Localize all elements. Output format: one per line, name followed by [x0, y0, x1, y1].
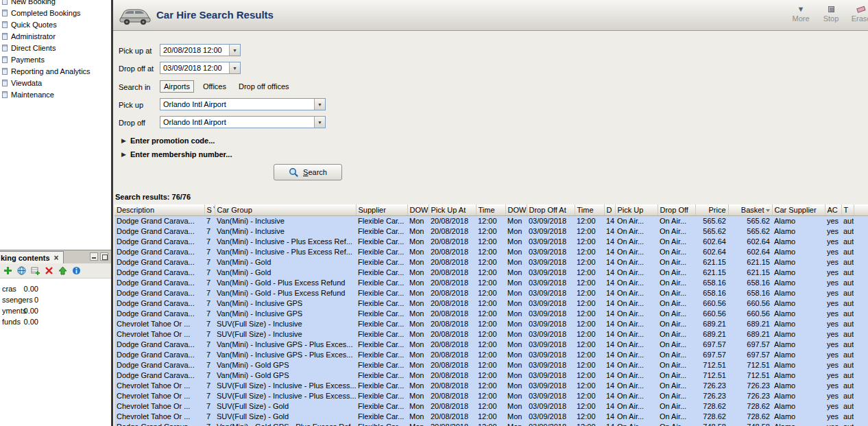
- cell-dropoff-at: 03/09/2018: [527, 267, 575, 277]
- result-row[interactable]: Dodge Grand Carava... 7 Van(Mini) - Incl…: [114, 226, 868, 236]
- chevron-down-icon[interactable]: ▼: [314, 117, 325, 128]
- result-row[interactable]: Dodge Grand Carava... 7 Van(Mini) - Incl…: [114, 246, 868, 257]
- cell-price: 602.64: [695, 246, 728, 257]
- sidebar-menu-item[interactable]: Completed Bookings: [0, 8, 111, 19]
- col-transmission[interactable]: T: [841, 204, 854, 215]
- col-car-supplier[interactable]: Car Supplier: [772, 204, 825, 215]
- result-row[interactable]: Dodge Grand Carava... 7 Van(Mini) - Incl…: [114, 308, 868, 318]
- dropoff-location-combobox[interactable]: Orlando Intl Airport ▼: [160, 116, 326, 128]
- cell-seats: 7: [204, 287, 215, 298]
- col-supplier[interactable]: Supplier: [356, 204, 407, 215]
- add-to-list-icon[interactable]: [31, 266, 40, 275]
- result-row[interactable]: Dodge Grand Carava... 7 Van(Mini) - Incl…: [114, 339, 868, 349]
- col-dropoff-time[interactable]: Time: [575, 204, 604, 215]
- booking-panel-row[interactable]: yments 0.00: [0, 305, 111, 316]
- result-row[interactable]: Chevrolet Tahoe Or ... 7 SUV(Full Size) …: [114, 380, 868, 390]
- result-row[interactable]: Dodge Grand Carava... 7 Van(Mini) - Gold…: [114, 277, 868, 287]
- cell-dropoff-time: 12:00: [575, 380, 604, 390]
- col-dropoff-office[interactable]: Drop Off: [658, 204, 695, 215]
- result-row[interactable]: Dodge Grand Carava... 7 Van(Mini) - Incl…: [114, 236, 868, 246]
- booking-panel-row[interactable]: cras 0.00: [0, 283, 111, 294]
- cell-days: 14: [604, 411, 615, 421]
- tab-airports[interactable]: Airports: [160, 80, 194, 93]
- sidebar-menu-item[interactable]: Quick Quotes: [0, 19, 111, 31]
- delete-icon[interactable]: [45, 266, 53, 275]
- result-row[interactable]: Chevrolet Tahoe Or ... 7 SUV(Full Size) …: [114, 411, 868, 421]
- result-row[interactable]: Chevrolet Tahoe Or ... 7 SUV(Full Size) …: [114, 401, 868, 411]
- tab-booking-contents[interactable]: king contents ×: [0, 251, 64, 263]
- result-row[interactable]: Dodge Grand Carava... 7 Van(Mini) - Gold…: [114, 359, 868, 370]
- col-dow-pickup[interactable]: DOW: [407, 204, 429, 215]
- col-dow-dropoff[interactable]: DOW: [505, 204, 527, 215]
- cell-dow-dropoff: Mon: [505, 390, 527, 401]
- cell-dow-dropoff: Mon: [505, 329, 527, 339]
- cell-price: 565.62: [695, 215, 728, 226]
- sidebar-menu-item[interactable]: Direct Clients: [0, 43, 111, 54]
- globe-icon[interactable]: [17, 266, 26, 275]
- col-pickup-time[interactable]: Time: [476, 204, 505, 215]
- move-up-icon[interactable]: [58, 266, 67, 275]
- pickup-location-combobox[interactable]: Orlando Intl Airport ▼: [160, 98, 326, 110]
- booking-panel-tabbar: king contents ×: [0, 250, 111, 263]
- chevron-down-icon[interactable]: ▼: [229, 62, 240, 73]
- cell-transmission: auto: [841, 308, 854, 318]
- cell-transmission: auto: [841, 287, 854, 298]
- booking-panel-row[interactable]: ssengers 0: [0, 294, 111, 305]
- cell-dropoff-time: 12:00: [575, 318, 604, 329]
- result-row[interactable]: Chevrolet Tahoe Or ... 7 SUV(Full Size) …: [114, 390, 868, 401]
- dropoff-at-combobox[interactable]: 03/09/2018 12:00 ▼: [160, 62, 241, 74]
- cell-days: 14: [604, 329, 615, 339]
- result-row[interactable]: Chevrolet Tahoe Or ... 7 SUV(Full Size) …: [114, 318, 868, 329]
- result-row[interactable]: Dodge Grand Carava... 7 Van(Mini) - Gold…: [114, 257, 868, 267]
- result-row[interactable]: Chevrolet Tahoe Or ... 7 SUV(Full Size) …: [114, 329, 868, 339]
- cell-pickup-time: 12:00: [476, 339, 505, 349]
- result-row[interactable]: Dodge Grand Carava... 7 Van(Mini) - Gold…: [114, 267, 868, 277]
- cell-car-group: Van(Mini) - Gold - Plus Excess Refund: [215, 277, 356, 287]
- cell-car-supplier: Alamo: [772, 329, 825, 339]
- sidebar-menu-item[interactable]: Viewdata: [0, 78, 111, 89]
- sidebar-menu-item[interactable]: Payments: [0, 54, 111, 66]
- result-row[interactable]: Dodge Grand Carava... 7 Van(Mini) - Incl…: [114, 298, 868, 308]
- cell-dow-pickup: Mon: [407, 411, 429, 421]
- booking-panel-row[interactable]: funds 0.00: [0, 316, 111, 327]
- sidebar-menu-item[interactable]: Administrator: [0, 31, 111, 43]
- cell-supplier: Flexible Car...: [356, 267, 407, 277]
- col-dropoff-at[interactable]: Drop Off At: [527, 204, 575, 215]
- col-description[interactable]: Description: [114, 204, 204, 215]
- chevron-down-icon[interactable]: ▼: [314, 99, 325, 110]
- result-row[interactable]: Dodge Grand Carava... 7 Van(Mini) - Incl…: [114, 349, 868, 359]
- cell-car-group: Van(Mini) - Inclusive: [215, 226, 356, 236]
- stop-button[interactable]: Stop: [819, 4, 843, 23]
- cell-basket: 726.23: [728, 390, 772, 401]
- col-ac[interactable]: AC: [825, 204, 841, 215]
- close-icon[interactable]: ×: [54, 255, 59, 261]
- col-pickup-office[interactable]: Pick Up: [615, 204, 658, 215]
- result-row[interactable]: Dodge Grand Carava... 7 Van(Mini) - Gold…: [114, 287, 868, 298]
- membership-number-expander[interactable]: ▶ Enter membership number...: [121, 150, 232, 158]
- result-row[interactable]: Dodge Grand Carava... 7 Van(Mini) - Gold…: [114, 370, 868, 380]
- col-pickup-at[interactable]: Pick Up At: [429, 204, 476, 215]
- col-basket[interactable]: Basket: [728, 204, 772, 215]
- col-seats[interactable]: S: [204, 204, 215, 215]
- chevron-down-icon[interactable]: ▼: [229, 45, 240, 56]
- panel-maximize-button[interactable]: [100, 252, 108, 261]
- col-price[interactable]: Price: [695, 204, 728, 215]
- tab-dropoff-offices[interactable]: Drop off offices: [235, 81, 293, 92]
- col-car-group[interactable]: Car Group: [215, 204, 356, 215]
- add-icon[interactable]: [3, 266, 12, 275]
- search-button[interactable]: Search: [274, 164, 342, 180]
- col-days[interactable]: D: [604, 204, 615, 215]
- sidebar-menu-item[interactable]: New Booking: [0, 0, 111, 8]
- pickup-at-combobox[interactable]: 20/08/2018 12:00 ▼: [160, 44, 241, 56]
- result-row[interactable]: Dodge Grand Carava... 7 Van(Mini) - Incl…: [114, 215, 868, 226]
- tab-offices[interactable]: Offices: [200, 81, 230, 92]
- panel-minimize-button[interactable]: [90, 252, 98, 261]
- info-icon[interactable]: [72, 266, 81, 275]
- more-button[interactable]: ▼ More: [788, 4, 813, 23]
- cell-transmission: auto: [841, 359, 854, 370]
- result-row[interactable]: Dodge Grand Carava... 7 Van(Mini) - Gold…: [114, 421, 868, 426]
- sidebar-menu-item[interactable]: Maintenance: [0, 89, 111, 101]
- erase-button[interactable]: Erase: [849, 4, 868, 23]
- promotion-code-expander[interactable]: ▶ Enter promotion code...: [121, 137, 215, 145]
- sidebar-menu-item[interactable]: Reporting and Analytics: [0, 66, 111, 78]
